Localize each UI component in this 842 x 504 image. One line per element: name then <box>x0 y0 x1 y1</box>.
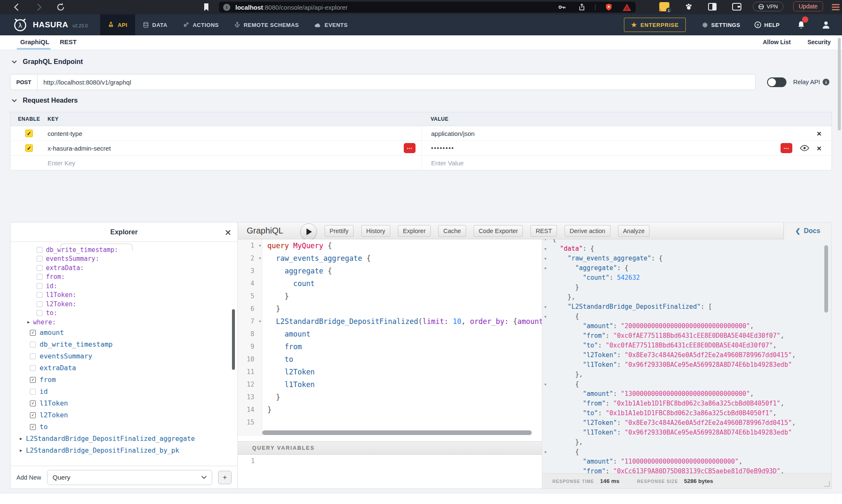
menu-icon[interactable] <box>831 3 840 11</box>
allow-list-link[interactable]: Allow List <box>763 39 791 45</box>
fold-caret-icon[interactable]: ▾ <box>544 254 546 263</box>
enter-key-input[interactable]: Enter Key <box>48 159 75 167</box>
fold-caret-icon[interactable]: ▾ <box>259 252 261 265</box>
field-checkbox[interactable]: ✓ <box>30 377 36 383</box>
field-row[interactable]: eventsSummary <box>11 350 237 362</box>
vpn-button[interactable]: VPN <box>753 2 783 11</box>
relay-api-toggle[interactable] <box>767 77 786 87</box>
header-enabled-checkbox[interactable]: ✓ <box>25 144 33 152</box>
execute-query-button[interactable] <box>300 223 317 240</box>
nav-tab-data[interactable]: DATA <box>135 14 175 35</box>
nav-tab-actions[interactable]: ACTIONS <box>175 14 226 35</box>
header-value-masked[interactable]: •••••••• <box>431 145 454 151</box>
field-checkbox[interactable] <box>30 365 36 371</box>
header-key[interactable]: content-type <box>48 130 83 137</box>
field-checkbox[interactable] <box>37 301 43 307</box>
explorer-button[interactable]: Explorer <box>398 225 431 237</box>
argument-row[interactable]: from: <box>11 273 237 282</box>
nav-tab-api[interactable]: API <box>100 14 135 35</box>
password-manager-icon[interactable]: ⋯ <box>781 143 792 153</box>
field-row[interactable]: ✓amount <box>11 327 237 339</box>
field-checkbox[interactable] <box>37 310 43 316</box>
cache-button[interactable]: Cache <box>438 225 466 237</box>
field-checkbox[interactable] <box>37 283 43 289</box>
argument-row[interactable]: extraData: <box>11 263 237 273</box>
add-query-button[interactable]: + <box>218 471 232 484</box>
extension-icon[interactable] <box>684 2 694 12</box>
resize-handle[interactable] <box>824 481 830 487</box>
field-row[interactable]: extraData <box>11 362 237 374</box>
fold-caret-icon[interactable]: ▾ <box>544 263 546 273</box>
info-icon[interactable]: i <box>823 79 829 85</box>
editor-horizontal-scrollbar[interactable] <box>262 430 532 435</box>
field-checkbox[interactable] <box>37 247 43 253</box>
field-row[interactable]: db_write_timestamp <box>11 339 237 350</box>
header-key[interactable]: x-hasura-admin-secret <box>48 145 111 152</box>
tab-graphiql[interactable]: GraphiQL <box>20 38 49 45</box>
field-row[interactable]: ✓from <box>11 374 237 386</box>
derive-action-button[interactable]: Derive action <box>565 225 610 237</box>
type-row[interactable]: ▸L2StandardBridge_DepositFinalized_aggre… <box>11 433 237 445</box>
field-checkbox[interactable] <box>30 342 36 347</box>
fold-caret-icon[interactable]: ▾ <box>259 239 261 252</box>
fold-caret-icon[interactable]: ▾ <box>544 379 546 389</box>
eye-icon[interactable] <box>800 145 809 151</box>
query-code[interactable]: query MyQuery { raw_events_aggregate { a… <box>262 239 542 436</box>
query-variables-editor[interactable]: 1 <box>238 455 542 488</box>
endpoint-url-input[interactable]: http://localhost:8080/v1/graphql <box>37 74 756 90</box>
field-checkbox[interactable] <box>30 389 36 395</box>
query-editor[interactable]: 1▾2▾34567▾89101112131415 query MyQuery {… <box>238 239 542 436</box>
enter-value-input[interactable]: Enter Value <box>431 159 464 167</box>
site-info-icon[interactable]: i <box>223 4 230 11</box>
user-menu[interactable] <box>821 20 831 30</box>
field-checkbox[interactable] <box>37 274 43 280</box>
wallet-icon[interactable] <box>732 3 742 11</box>
close-icon[interactable]: × <box>817 144 821 152</box>
nav-tab-events[interactable]: EVENTS <box>306 14 355 35</box>
page-scrollbar[interactable] <box>838 38 841 130</box>
forward-icon[interactable] <box>34 2 44 12</box>
rest-button[interactable]: REST <box>530 225 557 237</box>
analyze-button[interactable]: Analyze <box>618 225 650 237</box>
help-button[interactable]: ? HELP <box>754 21 780 28</box>
field-checkbox[interactable] <box>37 256 43 262</box>
nav-tab-remote-schemas[interactable]: REMOTE SCHEMAS <box>226 14 306 35</box>
settings-button[interactable]: SETTINGS <box>702 22 740 28</box>
fold-caret-icon[interactable]: ▾ <box>544 244 546 254</box>
history-button[interactable]: History <box>361 225 390 237</box>
type-row[interactable]: ▸L2StandardBridge_DepositFinalized_by_pk <box>11 445 237 456</box>
update-button[interactable]: Update <box>793 1 823 11</box>
graphql-endpoint-section-header[interactable]: GraphQL Endpoint <box>12 58 83 66</box>
field-checkbox[interactable] <box>37 265 43 271</box>
field-row[interactable]: ✓l2Token <box>11 409 237 421</box>
fold-caret-icon[interactable]: ▾ <box>544 447 546 457</box>
close-icon[interactable]: ✕ <box>224 228 232 238</box>
shield-icon[interactable] <box>605 3 613 12</box>
header-enabled-checkbox[interactable]: ✓ <box>25 130 33 137</box>
response-scrollbar[interactable] <box>824 245 828 313</box>
where-arg-row[interactable]: ▸ where: <box>11 318 237 327</box>
field-checkbox[interactable]: ✓ <box>30 424 36 430</box>
notifications-button[interactable] <box>797 20 806 30</box>
notes-extension-icon[interactable]: 1 <box>659 2 669 11</box>
fold-caret-icon[interactable]: ▾ <box>544 302 546 312</box>
docs-button[interactable]: ❮ Docs <box>783 223 831 239</box>
fold-caret-icon[interactable]: ▾ <box>544 239 546 244</box>
field-checkbox[interactable]: ✓ <box>30 412 36 418</box>
split-view-icon[interactable] <box>708 3 717 11</box>
fold-caret-icon[interactable]: ▾ <box>259 315 261 328</box>
fold-caret-icon[interactable]: ▾ <box>544 312 546 321</box>
back-icon[interactable] <box>12 2 22 12</box>
argument-row[interactable]: to: <box>11 309 237 318</box>
security-link[interactable]: Security <box>807 39 831 45</box>
explorer-scrollbar[interactable] <box>232 309 235 370</box>
tab-rest[interactable]: REST <box>60 38 77 45</box>
password-manager-icon[interactable]: ⋯ <box>404 143 416 153</box>
enterprise-button[interactable]: ★ ENTERPRISE <box>624 18 686 32</box>
query-variables-header[interactable]: QUERY VARIABLES <box>238 441 542 455</box>
warning-icon[interactable] <box>622 3 632 11</box>
field-row[interactable]: ✓l1Token <box>11 398 237 409</box>
add-new-select[interactable]: Query <box>47 470 212 485</box>
argument-row[interactable]: l1Token: <box>11 291 237 300</box>
argument-row[interactable]: eventsSummary: <box>11 255 237 264</box>
